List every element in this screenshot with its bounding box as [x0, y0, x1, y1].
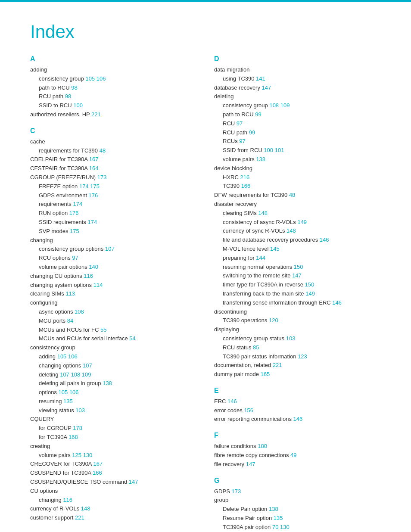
index-link[interactable]: 146: [227, 398, 237, 404]
index-link[interactable]: 140: [89, 264, 98, 270]
index-link[interactable]: 221: [91, 111, 101, 118]
index-link[interactable]: 147: [246, 461, 255, 467]
index-link[interactable]: 107: [105, 246, 115, 252]
index-link[interactable]: 116: [63, 497, 72, 503]
index-entry: async options 108: [30, 308, 197, 317]
index-link[interactable]: 108: [71, 371, 80, 378]
index-link[interactable]: 114: [93, 282, 103, 288]
index-link[interactable]: 166: [241, 183, 251, 189]
index-entry: consistency group status 103: [214, 334, 381, 343]
index-link[interactable]: 48: [289, 192, 295, 198]
index-entry: TC390A pair option 70 130: [214, 523, 381, 532]
index-link[interactable]: 123: [298, 353, 307, 360]
index-link[interactable]: 174: [73, 201, 82, 207]
index-link[interactable]: 109: [280, 102, 290, 109]
index-link[interactable]: 113: [65, 290, 75, 297]
index-link[interactable]: 84: [67, 317, 73, 324]
index-link[interactable]: 99: [249, 129, 255, 136]
index-link[interactable]: 175: [70, 228, 79, 234]
index-link[interactable]: 103: [286, 335, 296, 342]
index-link[interactable]: 106: [68, 353, 78, 360]
index-link[interactable]: 125: [72, 452, 81, 458]
index-link[interactable]: 98: [71, 84, 77, 91]
index-link[interactable]: 174: [87, 219, 97, 225]
index-link[interactable]: 149: [305, 290, 315, 297]
index-link[interactable]: 99: [255, 111, 261, 118]
index-link[interactable]: 138: [103, 380, 112, 386]
index-link[interactable]: 120: [269, 317, 278, 324]
index-link[interactable]: 108: [269, 102, 279, 109]
index-link[interactable]: 107: [60, 371, 69, 378]
index-link[interactable]: 164: [89, 165, 99, 171]
index-link[interactable]: 180: [258, 443, 267, 449]
index-link[interactable]: 103: [75, 407, 85, 414]
index-link[interactable]: 106: [69, 389, 79, 395]
index-link[interactable]: 178: [73, 425, 82, 431]
index-link[interactable]: 221: [273, 362, 282, 368]
index-link[interactable]: 135: [63, 398, 73, 404]
index-link[interactable]: 167: [93, 460, 103, 467]
index-link[interactable]: 147: [129, 479, 138, 485]
index-link[interactable]: 98: [65, 93, 71, 100]
index-link[interactable]: 97: [237, 120, 243, 127]
index-link[interactable]: 54: [129, 335, 135, 342]
index-link[interactable]: 116: [84, 273, 93, 279]
index-link[interactable]: 108: [75, 308, 84, 315]
page: Index Aaddingconsistency group 105 106pa…: [0, 0, 411, 532]
index-link[interactable]: 148: [286, 227, 296, 234]
index-link[interactable]: 141: [256, 75, 265, 82]
index-link[interactable]: 147: [262, 84, 271, 91]
index-link[interactable]: 168: [68, 434, 78, 440]
index-entry: consistency of async R-VOLs 149: [214, 218, 381, 227]
index-link[interactable]: 148: [258, 210, 268, 216]
index-link[interactable]: 221: [75, 514, 84, 521]
index-link[interactable]: 175: [90, 183, 100, 190]
index-entry: Delete Pair option 138: [214, 505, 381, 514]
index-link[interactable]: 150: [305, 281, 314, 288]
index-link[interactable]: 146: [332, 299, 342, 306]
index-link[interactable]: 146: [320, 236, 329, 243]
index-link[interactable]: 105: [85, 75, 95, 82]
index-link[interactable]: 149: [297, 219, 307, 225]
index-link[interactable]: 97: [72, 255, 78, 261]
index-entry: timer type for TC390A in reverse 150: [214, 280, 381, 289]
index-link[interactable]: 135: [274, 515, 283, 521]
index-link[interactable]: 101: [275, 147, 284, 153]
index-link[interactable]: 107: [83, 362, 92, 369]
index-link[interactable]: 48: [100, 147, 106, 154]
index-link[interactable]: 100: [73, 102, 83, 109]
index-link[interactable]: 138: [269, 506, 278, 512]
content-columns: Aaddingconsistency group 105 106path to …: [30, 55, 381, 532]
index-link[interactable]: 97: [239, 138, 245, 144]
index-entry: FREEZE option 174 175: [30, 182, 197, 191]
index-link[interactable]: 85: [253, 344, 259, 351]
index-link[interactable]: 144: [256, 255, 265, 261]
index-link[interactable]: 150: [294, 264, 303, 270]
index-link[interactable]: 130: [83, 452, 93, 458]
index-link[interactable]: 100: [264, 147, 273, 153]
index-entry: MCUs and RCUs for serial interface 54: [30, 334, 197, 343]
index-link[interactable]: 176: [89, 192, 98, 199]
index-link[interactable]: 156: [244, 407, 253, 414]
index-link[interactable]: 146: [293, 416, 303, 422]
index-link[interactable]: 55: [100, 327, 106, 333]
index-link[interactable]: 106: [97, 75, 106, 82]
index-link[interactable]: 148: [81, 505, 90, 512]
index-link[interactable]: 216: [240, 174, 249, 180]
index-link[interactable]: 49: [290, 452, 296, 458]
index-link[interactable]: 105: [59, 389, 68, 395]
index-link[interactable]: 174: [79, 183, 89, 190]
index-link[interactable]: 165: [261, 371, 270, 377]
index-link[interactable]: 147: [292, 272, 302, 279]
index-link[interactable]: 70: [272, 524, 278, 530]
index-link[interactable]: 130: [280, 524, 290, 530]
index-link[interactable]: 176: [69, 210, 79, 216]
index-link[interactable]: 173: [231, 488, 241, 495]
index-link[interactable]: 138: [256, 156, 265, 162]
index-link[interactable]: 166: [93, 470, 102, 476]
index-link[interactable]: 105: [57, 353, 67, 360]
index-link[interactable]: 167: [89, 156, 99, 162]
index-link[interactable]: 145: [270, 246, 280, 252]
index-link[interactable]: 109: [82, 371, 91, 378]
index-link[interactable]: 173: [97, 174, 107, 180]
